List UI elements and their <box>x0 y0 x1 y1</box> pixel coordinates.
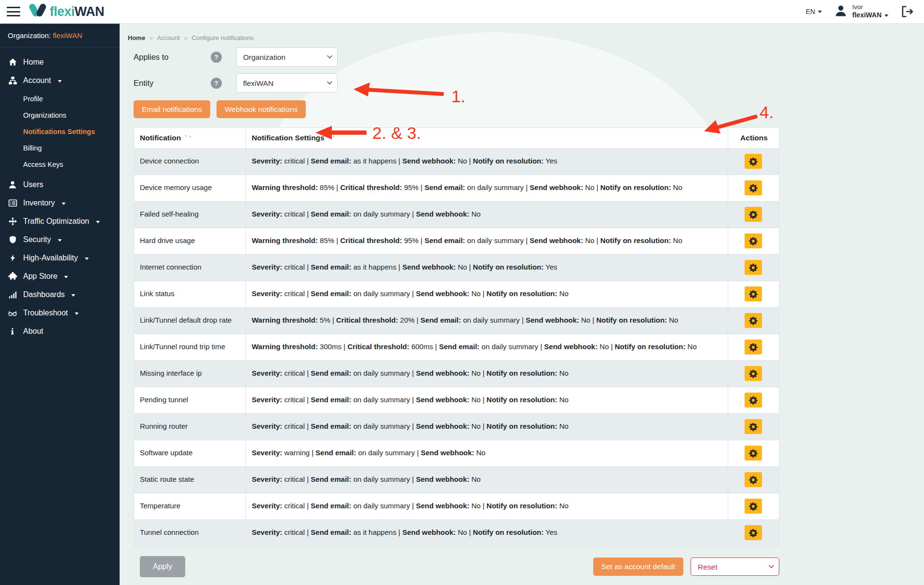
user-menu[interactable]: Ivor flexiWAN <box>834 3 888 20</box>
arrows-icon <box>8 217 17 226</box>
table-row: Device memory usageWarning threshold: 85… <box>134 175 779 201</box>
sidebar-item-security[interactable]: Security <box>0 231 120 249</box>
notification-settings: Severity: critical | Send email: on dail… <box>246 387 728 413</box>
sidebar-subitem-profile[interactable]: Profile <box>0 91 120 107</box>
chevron-down-icon <box>884 14 888 17</box>
chevron-down-icon <box>64 276 68 278</box>
logout-button[interactable] <box>901 5 913 18</box>
email-notifications-button[interactable]: Email notifications <box>134 100 210 118</box>
sort-icon[interactable]: ▼▲ <box>184 134 192 138</box>
table-body: Device connectionSeverity: critical | Se… <box>134 148 779 546</box>
table-row: Software updateSeverity: warning | Send … <box>134 440 779 466</box>
top-bar: flexiWAN EN Ivor flexiWAN <box>0 0 924 24</box>
entity-select[interactable]: flexiWAN <box>236 73 338 93</box>
chevron-down-icon <box>62 203 66 205</box>
actions-cell <box>728 149 779 175</box>
applies-to-select[interactable]: Organization <box>236 47 338 67</box>
reset-select[interactable]: Reset <box>691 558 779 576</box>
sidebar-item-home[interactable]: Home <box>0 53 120 71</box>
breadcrumb-home[interactable]: Home <box>128 34 145 41</box>
sidebar-item-high-availability[interactable]: High-Availability <box>0 249 120 267</box>
notification-name: Temperature <box>134 493 246 519</box>
sidebar-subitem-organizations[interactable]: Organizations <box>0 107 120 123</box>
glasses-icon <box>8 309 17 317</box>
table-row: Link/Tunnel default drop rateWarning thr… <box>134 307 779 334</box>
puzzle-icon <box>8 272 17 281</box>
apply-button[interactable]: Apply <box>140 556 185 577</box>
language-label: EN <box>806 8 815 15</box>
column-header-settings[interactable]: Notification Settings▼▲ <box>246 128 728 148</box>
help-icon[interactable]: ? <box>211 52 222 63</box>
notifications-table: Notification▼▲ Notification Settings▼▲ A… <box>134 127 779 546</box>
help-icon[interactable]: ? <box>211 78 222 89</box>
row-settings-button[interactable] <box>745 340 762 354</box>
gear-icon <box>749 476 758 484</box>
actions-cell <box>728 228 779 254</box>
row-settings-button[interactable] <box>745 366 762 381</box>
sidebar-item-label: Inventory <box>23 199 55 207</box>
chevron-down-icon <box>58 239 62 242</box>
sidebar-item-app-store[interactable]: App Store <box>0 267 120 286</box>
sidebar-subitem-billing[interactable]: Billing <box>0 140 120 156</box>
notification-settings: Warning threshold: 85% | Critical thresh… <box>246 228 728 254</box>
notification-name: Hard drive usage <box>134 228 246 254</box>
language-selector[interactable]: EN <box>806 8 822 15</box>
sidebar-item-about[interactable]: About <box>0 322 120 340</box>
row-settings-button[interactable] <box>745 260 762 275</box>
logout-icon <box>901 5 913 18</box>
actions-cell <box>728 255 779 281</box>
notification-settings: Severity: critical | Send email: on dail… <box>246 202 728 228</box>
notification-settings: Severity: critical | Send email: on dail… <box>246 414 728 440</box>
row-settings-button[interactable] <box>745 472 762 487</box>
breadcrumb-account[interactable]: Account <box>157 34 180 41</box>
notification-settings: Severity: critical | Send email: on dail… <box>246 361 728 387</box>
sidebar-item-dashboards[interactable]: Dashboards <box>0 286 120 304</box>
row-settings-button[interactable] <box>745 393 762 408</box>
sidebar-item-traffic-optimization[interactable]: Traffic Optimization <box>0 212 120 231</box>
row-settings-button[interactable] <box>745 233 762 248</box>
applies-to-label: Applies to <box>134 53 211 62</box>
actions-cell <box>728 334 779 360</box>
sidebar-item-label: High-Availability <box>23 254 78 262</box>
row-settings-button[interactable] <box>745 419 762 434</box>
row-settings-button[interactable] <box>745 286 762 301</box>
notification-name: Tunnel connection <box>134 520 246 546</box>
table-row: Failed self-healingSeverity: critical | … <box>134 201 779 228</box>
row-settings-button[interactable] <box>745 313 762 328</box>
breadcrumb-current: Configure notifications <box>191 34 254 41</box>
table-row: Tunnel connectionSeverity: critical | Se… <box>134 519 779 546</box>
sort-icon[interactable]: ▼▲ <box>327 134 336 138</box>
row-settings-button[interactable] <box>745 154 762 169</box>
sidebar-subitem-notifications-settings[interactable]: Notifications Settings <box>0 123 120 140</box>
webhook-notifications-button[interactable]: Webhook notifications <box>217 100 306 118</box>
sidebar-subitem-access-keys[interactable]: Access Keys <box>0 156 120 173</box>
row-settings-button[interactable] <box>745 446 762 461</box>
sidebar-item-users[interactable]: Users <box>0 176 120 194</box>
gear-icon <box>749 263 758 272</box>
notification-name: Failed self-healing <box>134 202 246 228</box>
row-settings-button[interactable] <box>745 180 762 195</box>
column-header-notification[interactable]: Notification▼▲ <box>134 128 246 148</box>
table-row: TemperatureSeverity: critical | Send ema… <box>134 493 779 519</box>
set-account-default-button[interactable]: Set as account default <box>593 558 683 576</box>
row-settings-button[interactable] <box>745 499 762 514</box>
sidebar-item-label: Home <box>23 58 44 67</box>
user-org-name: flexiWAN <box>852 11 882 20</box>
actions-cell <box>728 414 779 440</box>
sidebar-item-account[interactable]: Account <box>0 71 120 90</box>
chart-icon <box>8 290 17 299</box>
notification-settings: Warning threshold: 300ms | Critical thre… <box>246 334 728 360</box>
sidebar-item-troubleshoot[interactable]: Troubleshoot <box>0 304 120 322</box>
actions-cell <box>728 493 779 519</box>
column-header-actions: Actions <box>728 128 779 148</box>
hamburger-menu-icon[interactable] <box>7 7 20 16</box>
row-settings-button[interactable] <box>745 525 762 540</box>
row-settings-button[interactable] <box>745 207 762 222</box>
notification-settings: Severity: critical | Send email: on dail… <box>246 281 728 307</box>
notification-settings: Severity: critical | Send email: as it h… <box>246 149 728 175</box>
notification-name: Internet connection <box>134 255 246 281</box>
sidebar-item-inventory[interactable]: Inventory <box>0 194 120 212</box>
gear-icon <box>749 422 758 431</box>
bolt-icon <box>8 254 17 262</box>
actions-cell <box>728 175 779 201</box>
